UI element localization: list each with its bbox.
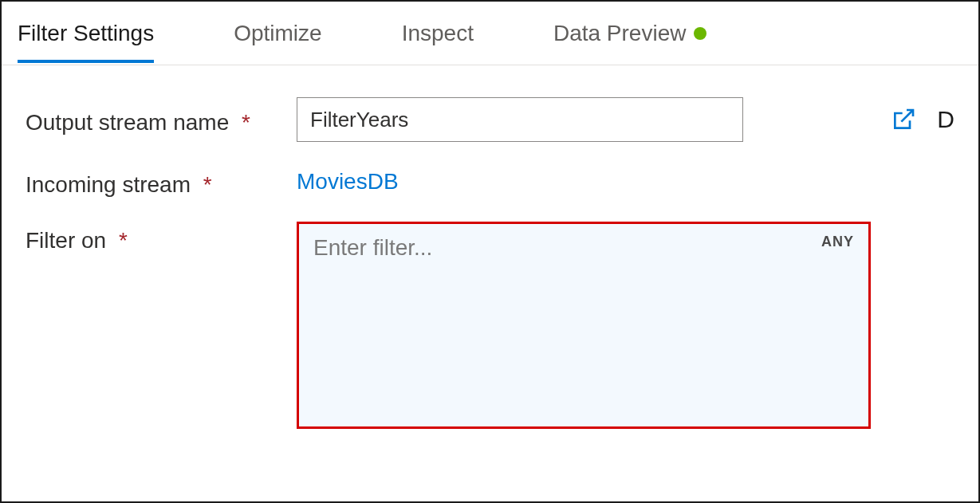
tab-inspect[interactable]: Inspect — [402, 5, 474, 62]
status-dot-icon — [694, 27, 706, 40]
incoming-stream-label: Incoming stream * — [26, 166, 297, 198]
output-stream-label: Output stream name * — [26, 104, 297, 136]
open-external-icon[interactable] — [891, 107, 916, 132]
label-text: Incoming stream — [26, 172, 191, 197]
label-text: Output stream name — [26, 110, 229, 135]
tab-label: Inspect — [402, 21, 474, 46]
row-output-stream: Output stream name * D — [26, 97, 954, 142]
filter-type-badge: ANY — [821, 234, 854, 250]
row-incoming-stream: Incoming stream * MoviesDB — [26, 166, 954, 198]
tab-label: Filter Settings — [18, 21, 154, 46]
row-filter-on: Filter on * Enter filter... ANY — [26, 222, 954, 429]
required-marker: * — [203, 172, 212, 197]
tab-optimize[interactable]: Optimize — [234, 5, 321, 62]
tab-bar: Filter Settings Optimize Inspect Data Pr… — [2, 2, 978, 65]
required-marker: * — [119, 228, 128, 253]
label-text: Filter on — [26, 228, 106, 253]
truncated-text: D — [937, 106, 954, 133]
filter-expression-input[interactable]: Enter filter... ANY — [297, 222, 871, 429]
tab-filter-settings[interactable]: Filter Settings — [18, 5, 154, 62]
filter-placeholder: Enter filter... — [313, 235, 432, 260]
tab-label: Optimize — [234, 21, 321, 46]
required-marker: * — [242, 110, 250, 135]
row-extra: D — [891, 106, 954, 133]
tab-data-preview[interactable]: Data Preview — [553, 5, 707, 62]
filter-on-label: Filter on * — [26, 222, 297, 253]
incoming-stream-link[interactable]: MoviesDB — [297, 166, 399, 195]
link-text: MoviesDB — [297, 169, 399, 194]
tab-label: Data Preview — [553, 21, 687, 46]
output-stream-input[interactable] — [297, 97, 743, 142]
filter-settings-form: Output stream name * D Incoming stream *… — [2, 65, 978, 429]
